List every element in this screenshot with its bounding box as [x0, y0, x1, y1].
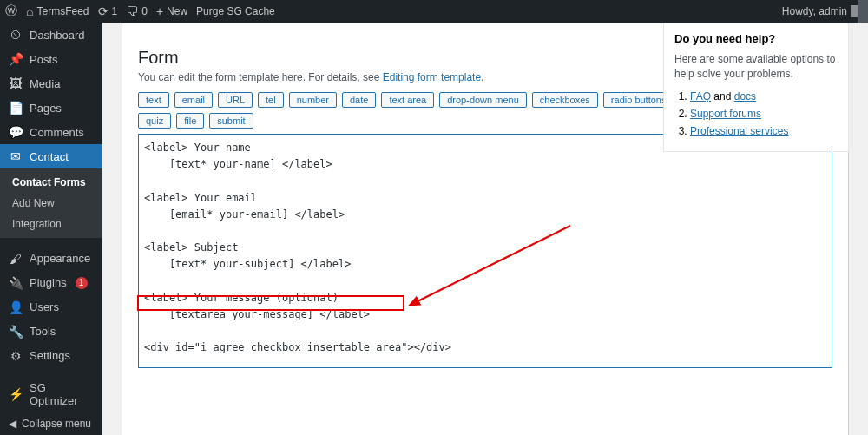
site-link[interactable]: ⌂TermsFeed	[26, 4, 89, 18]
submenu-integration[interactable]: Integration	[0, 214, 102, 234]
tag-URL[interactable]: URL	[218, 92, 253, 108]
menu-label: Comments	[30, 126, 84, 139]
plugins-icon: 🔌	[9, 276, 23, 290]
faq-link[interactable]: FAQ	[690, 90, 711, 102]
sidebar-item-appearance[interactable]: 🖌Appearance	[0, 247, 102, 271]
wp-admin-toolbar: ⓦ ⌂TermsFeed ⟳1 🗨0 +New Purge SG Cache H…	[0, 0, 868, 23]
desc-text: You can edit the form template here. For…	[138, 71, 383, 83]
purge-cache-link[interactable]: Purge SG Cache	[196, 5, 275, 17]
submenu-add-new[interactable]: Add New	[0, 193, 102, 214]
contact-submenu: Contact FormsAdd NewIntegration	[0, 168, 102, 238]
menu-label: Media	[30, 77, 60, 90]
help-description: Here are some available options to help …	[674, 52, 838, 82]
collapse-label: Collapse menu	[22, 418, 91, 430]
howdy-link[interactable]: Howdy, admin	[782, 5, 863, 17]
tag-checkboxes[interactable]: checkboxes	[532, 92, 598, 108]
comments-link[interactable]: 🗨0	[126, 4, 148, 18]
help-item-pro: Professional services	[690, 125, 838, 137]
sidebar-item-users[interactable]: 👤Users	[0, 295, 102, 320]
new-label: New	[167, 5, 187, 17]
toolbar-left: ⓦ ⌂TermsFeed ⟳1 🗨0 +New Purge SG Cache	[5, 3, 275, 19]
form-template-editor[interactable]	[138, 134, 832, 368]
users-icon: 👤	[9, 300, 23, 314]
menu-label: Users	[30, 300, 59, 313]
tools-icon: 🔧	[9, 325, 23, 339]
docs-link[interactable]: docs	[734, 90, 756, 102]
collapse-icon: ◀	[9, 418, 16, 430]
refresh-icon: ⟳	[98, 4, 108, 18]
dashboard-icon: ⏲	[9, 28, 23, 42]
comment-count: 0	[141, 5, 148, 17]
site-name: TermsFeed	[36, 5, 89, 17]
updates-link[interactable]: ⟳1	[98, 4, 118, 18]
sidebar-item-dashboard[interactable]: ⏲Dashboard	[0, 23, 102, 47]
help-title: Do you need help?	[674, 32, 838, 45]
scroll-indicator	[858, 0, 868, 23]
sg-optimizer-icon: ⚡	[9, 387, 23, 401]
menu-label: Contact	[30, 150, 69, 163]
menu-label: Posts	[30, 53, 58, 66]
media-icon: 🖼	[9, 76, 23, 90]
menu-label: Pages	[30, 102, 62, 115]
toolbar-right: Howdy, admin	[782, 5, 863, 17]
sidebar-item-comments[interactable]: 💬Comments	[0, 120, 102, 144]
update-badge: 1	[76, 277, 88, 289]
sidebar-item-sg-optimizer[interactable]: ⚡SG Optimizer	[0, 376, 102, 412]
menu-label: Appearance	[30, 252, 90, 265]
help-item-faq: FAQ and docs	[690, 90, 838, 102]
sidebar-item-settings[interactable]: ⚙Settings	[0, 344, 102, 368]
tag-quiz[interactable]: quiz	[138, 113, 171, 129]
wordpress-icon: ⓦ	[5, 3, 17, 19]
menu-label: Settings	[30, 349, 70, 362]
comments-icon: 💬	[9, 125, 23, 139]
purge-label: Purge SG Cache	[196, 5, 275, 17]
contact-icon: ✉	[9, 149, 23, 163]
menu-label: Dashboard	[30, 29, 85, 42]
sidebar-item-contact[interactable]: ✉Contact	[0, 144, 102, 168]
menu-label: SG Optimizer	[30, 381, 94, 407]
pages-icon: 📄	[9, 101, 23, 115]
tag-submit[interactable]: submit	[209, 113, 253, 129]
new-link[interactable]: +New	[156, 4, 187, 18]
tag-tel[interactable]: tel	[258, 92, 284, 108]
submenu-contact-forms[interactable]: Contact Forms	[0, 172, 102, 193]
howdy-text: Howdy, admin	[782, 5, 847, 17]
menu-label: Plugins	[30, 276, 67, 289]
and-text: and	[711, 90, 734, 102]
support-link[interactable]: Support forums	[690, 108, 761, 120]
sidebar-item-plugins[interactable]: 🔌Plugins1	[0, 271, 102, 295]
help-item-support: Support forums	[690, 108, 838, 120]
tag-text[interactable]: text	[138, 92, 169, 108]
posts-icon: 📌	[9, 52, 23, 66]
sidebar-item-pages[interactable]: 📄Pages	[0, 96, 102, 120]
plus-icon: +	[156, 4, 163, 18]
menu-label: Tools	[30, 325, 56, 338]
desc-link[interactable]: Editing form template	[383, 71, 481, 83]
tag-date[interactable]: date	[342, 92, 376, 108]
settings-icon: ⚙	[9, 349, 23, 363]
pro-link[interactable]: Professional services	[690, 125, 788, 137]
collapse-menu[interactable]: ◀ Collapse menu	[0, 412, 102, 435]
home-icon: ⌂	[26, 4, 33, 18]
tag-email[interactable]: email	[174, 92, 213, 108]
sidebar-item-posts[interactable]: 📌Posts	[0, 47, 102, 71]
tag-text-area[interactable]: text area	[381, 92, 434, 108]
tag-file[interactable]: file	[176, 113, 204, 129]
comment-icon: 🗨	[126, 4, 138, 18]
wp-logo[interactable]: ⓦ	[5, 3, 17, 19]
tag-number[interactable]: number	[289, 92, 337, 108]
help-sidebar: Do you need help? Here are some availabl…	[663, 23, 849, 152]
tag-drop-down-menu[interactable]: drop-down menu	[439, 92, 527, 108]
admin-sidebar: ⏲Dashboard📌Posts🖼Media📄Pages💬Comments✉Co…	[0, 23, 102, 435]
sidebar-item-media[interactable]: 🖼Media	[0, 71, 102, 96]
appearance-icon: 🖌	[9, 252, 23, 266]
refresh-count: 1	[112, 5, 118, 17]
main-content: Form You can edit the form template here…	[102, 23, 868, 435]
sidebar-item-tools[interactable]: 🔧Tools	[0, 320, 102, 344]
